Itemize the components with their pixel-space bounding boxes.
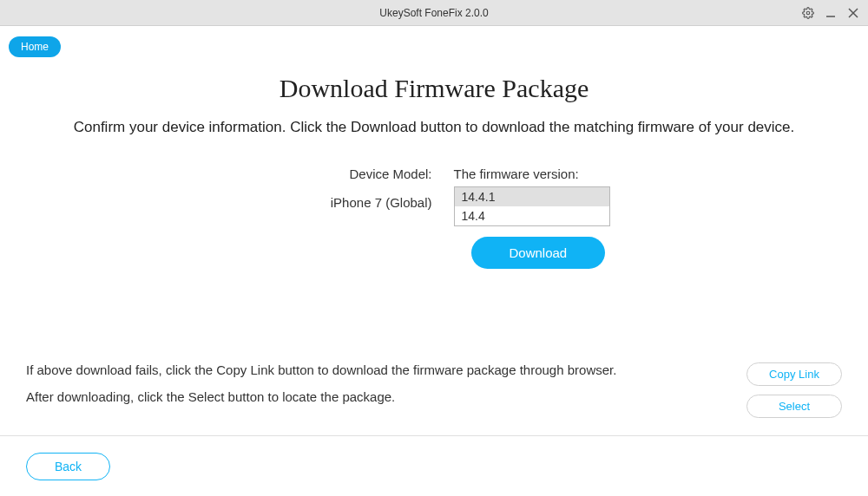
device-model-label: Device Model: [172, 166, 432, 181]
home-button[interactable]: Home [9, 36, 61, 57]
window-title: UkeySoft FoneFix 2.0.0 [379, 7, 488, 19]
bottom-buttons: Copy Link Select [746, 362, 842, 418]
titlebar: UkeySoft FoneFix 2.0.0 [0, 0, 868, 26]
main-content: Download Firmware Package Confirm your d… [0, 26, 868, 269]
close-icon[interactable] [847, 7, 859, 19]
svg-point-0 [806, 11, 810, 15]
firmware-column: The firmware version: 14.4.1 14.4 Downlo… [454, 166, 697, 269]
page-title: Download Firmware Package [0, 74, 868, 103]
select-button[interactable]: Select [746, 395, 842, 418]
copy-link-button[interactable]: Copy Link [746, 362, 842, 386]
titlebar-controls [802, 0, 859, 25]
firmware-version-listbox[interactable]: 14.4.1 14.4 [454, 186, 610, 226]
minimize-icon[interactable] [825, 7, 837, 19]
form-area: Device Model: iPhone 7 (Global) The firm… [0, 166, 868, 269]
firmware-option-1[interactable]: 14.4.1 [455, 187, 609, 206]
device-model-column: Device Model: iPhone 7 (Global) [172, 166, 432, 269]
back-button[interactable]: Back [26, 453, 110, 480]
device-model-value: iPhone 7 (Global) [172, 195, 432, 210]
firmware-option-2[interactable]: 14.4 [455, 206, 609, 225]
firmware-version-label: The firmware version: [454, 166, 697, 181]
bottom-text: If above download fails, click the Copy … [26, 362, 746, 416]
bottom-section: If above download fails, click the Copy … [0, 362, 868, 418]
download-button[interactable]: Download [471, 237, 606, 269]
fallback-text-2: After downloading, click the Select butt… [26, 389, 746, 404]
gear-icon[interactable] [802, 7, 814, 19]
page-subtitle: Confirm your device information. Click t… [0, 119, 868, 136]
fallback-text-1: If above download fails, click the Copy … [26, 362, 746, 377]
footer: Back [0, 435, 868, 496]
